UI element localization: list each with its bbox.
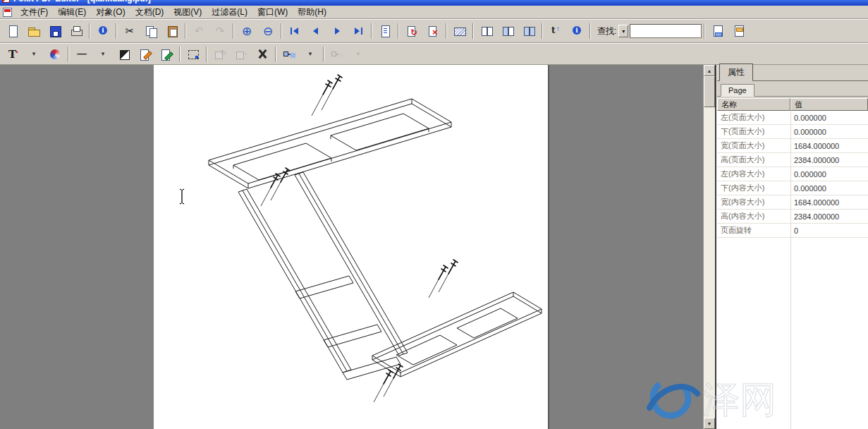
menu-filter[interactable]: 过滤器(L) bbox=[207, 5, 252, 20]
open-file-button[interactable] bbox=[24, 22, 44, 40]
vertical-text-button[interactable] bbox=[546, 22, 566, 40]
zoom-out-button[interactable]: ⊖ bbox=[258, 22, 278, 40]
vertical-scrollbar[interactable]: ▲ ▼ bbox=[703, 65, 715, 429]
page-setup-icon bbox=[379, 25, 391, 37]
panel-tab-bar: 属性 bbox=[717, 65, 868, 81]
menu-help[interactable]: 帮助(H) bbox=[293, 5, 331, 20]
color-picker-button[interactable] bbox=[45, 45, 65, 64]
menu-edit[interactable]: 编辑(E) bbox=[53, 5, 91, 20]
delete-page-button[interactable] bbox=[423, 22, 443, 40]
transform-rotate-button[interactable] bbox=[210, 45, 230, 64]
layout-single-button[interactable] bbox=[477, 22, 496, 40]
toolbar-separator bbox=[275, 47, 276, 62]
node-tool-menu-button[interactable]: ▾ bbox=[300, 45, 320, 64]
layout-continuous-button[interactable] bbox=[519, 22, 539, 40]
layout-facing-button[interactable] bbox=[498, 22, 518, 40]
print-icon bbox=[70, 25, 82, 37]
find-input[interactable] bbox=[630, 24, 702, 38]
scroll-up-button[interactable]: ▲ bbox=[704, 65, 715, 76]
select-area-button[interactable] bbox=[183, 45, 203, 64]
redo-icon: ↷ bbox=[216, 26, 225, 37]
find-dropdown-button[interactable]: ▾ bbox=[618, 25, 628, 37]
scrollbar-track[interactable] bbox=[704, 107, 715, 418]
menu-window[interactable]: 窗口(W) bbox=[252, 5, 293, 20]
path-tool-icon bbox=[331, 48, 343, 61]
path-tool-menu-button[interactable]: ▾ bbox=[348, 45, 368, 64]
redo-button[interactable]: ↷ bbox=[210, 22, 230, 40]
node-tool-button[interactable] bbox=[279, 45, 299, 64]
new-document-icon bbox=[6, 25, 19, 37]
property-value: 2384.000000 bbox=[790, 156, 868, 164]
text-grid-button[interactable] bbox=[450, 22, 470, 40]
workspace: ▲ ▼ 属性 Page 名称 值 左(页面大小)0.000000下(页面大小)0… bbox=[0, 65, 868, 429]
text-tool-menu-button[interactable]: ▾ bbox=[24, 45, 44, 64]
menu-object[interactable]: 对象(O) bbox=[91, 5, 130, 20]
scroll-down-button[interactable]: ▼ bbox=[704, 418, 715, 429]
menu-items: 文件(F)编辑(E)对象(O)文档(D)视图(V)过滤器(L)窗口(W)帮助(H… bbox=[16, 5, 331, 20]
tab-page[interactable]: Page bbox=[721, 84, 754, 97]
scrollbar-thumb[interactable] bbox=[704, 76, 715, 107]
property-row[interactable]: 高(页面大小)2384.000000 bbox=[717, 153, 868, 167]
property-row[interactable]: 下(内容大小)0.000000 bbox=[717, 181, 868, 195]
column-header-name[interactable]: 名称 bbox=[717, 98, 790, 111]
paste-button[interactable] bbox=[162, 22, 182, 40]
property-name: 下(页面大小) bbox=[717, 126, 790, 137]
copy-button[interactable] bbox=[141, 22, 161, 40]
property-row[interactable]: 左(内容大小)0.000000 bbox=[717, 167, 868, 181]
text-tool-button[interactable] bbox=[3, 45, 23, 64]
line-tool-icon: — bbox=[77, 49, 87, 59]
transform-scale-icon bbox=[235, 48, 247, 61]
title-bar[interactable]: Foxit PDF Editor - [qiankuang.pdf] bbox=[0, 0, 868, 6]
save-file-button[interactable] bbox=[45, 22, 65, 40]
last-page-button[interactable] bbox=[348, 22, 368, 40]
fill-style-icon bbox=[118, 48, 130, 61]
search-results-button[interactable] bbox=[729, 22, 749, 40]
new-document-button[interactable] bbox=[3, 22, 23, 40]
rotate-page-button[interactable] bbox=[402, 22, 422, 40]
property-row[interactable]: 左(页面大小)0.000000 bbox=[717, 111, 868, 125]
fill-style-button[interactable] bbox=[114, 45, 134, 64]
cut-button[interactable]: ✂ bbox=[120, 22, 140, 40]
edit-content-button[interactable] bbox=[157, 45, 176, 64]
layout-continuous-icon bbox=[522, 25, 535, 37]
menu-file[interactable]: 文件(F) bbox=[16, 5, 53, 20]
next-page-button[interactable] bbox=[327, 22, 347, 40]
document-info-button[interactable] bbox=[93, 22, 113, 40]
document-canvas[interactable] bbox=[0, 65, 703, 429]
property-row[interactable]: 高(内容大小)2384.000000 bbox=[717, 210, 868, 224]
advanced-tools-button[interactable] bbox=[252, 45, 272, 64]
property-name: 左(页面大小) bbox=[717, 112, 790, 123]
text-caret bbox=[180, 189, 184, 204]
property-row[interactable]: 下(页面大小)0.000000 bbox=[717, 125, 868, 139]
about-button[interactable] bbox=[567, 22, 587, 40]
property-row[interactable]: 宽(页面大小)1684.000000 bbox=[717, 139, 868, 153]
property-row[interactable]: 页面旋转0 bbox=[717, 224, 868, 238]
menu-document[interactable]: 文档(D) bbox=[130, 5, 169, 20]
property-name: 宽(页面大小) bbox=[717, 140, 790, 151]
menu-view[interactable]: 视图(V) bbox=[169, 5, 207, 20]
first-page-button[interactable] bbox=[285, 22, 305, 40]
search-in-document-button[interactable] bbox=[708, 22, 728, 40]
previous-page-button[interactable] bbox=[306, 22, 326, 40]
document-window-icon[interactable] bbox=[3, 8, 12, 17]
line-tool-menu-button[interactable]: ▾ bbox=[93, 45, 113, 64]
tab-properties[interactable]: 属性 bbox=[719, 64, 753, 81]
zoom-in-button[interactable]: ⊕ bbox=[237, 22, 257, 40]
next-page-icon bbox=[331, 25, 343, 37]
advanced-tools-icon bbox=[256, 48, 269, 61]
line-tool-button[interactable]: — bbox=[72, 45, 92, 64]
cut-icon: ✂ bbox=[126, 26, 135, 37]
page-setup-button[interactable] bbox=[375, 22, 395, 40]
transform-scale-button[interactable] bbox=[231, 45, 251, 64]
toolbar-separator bbox=[542, 23, 543, 39]
undo-button[interactable]: ↶ bbox=[189, 22, 209, 40]
frame-top bbox=[209, 99, 451, 188]
pdf-page[interactable] bbox=[154, 65, 548, 429]
zoom-in-icon: ⊕ bbox=[242, 25, 252, 37]
print-button[interactable] bbox=[66, 22, 86, 40]
edit-object-button[interactable] bbox=[135, 45, 155, 64]
property-row[interactable]: 宽(内容大小)1684.000000 bbox=[717, 195, 868, 210]
path-tool-button[interactable] bbox=[327, 45, 347, 64]
page-drawing bbox=[154, 65, 548, 429]
column-header-value[interactable]: 值 bbox=[790, 98, 868, 111]
